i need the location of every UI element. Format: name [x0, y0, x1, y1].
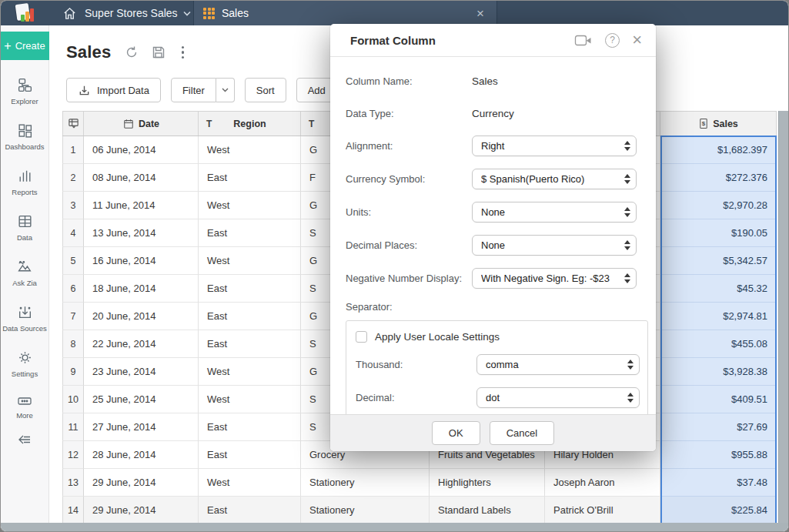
- filter-button[interactable]: Filter: [171, 78, 216, 102]
- row-number-cell[interactable]: 4: [62, 219, 84, 247]
- cell-date[interactable]: 29 June, 2014: [84, 469, 199, 497]
- cell-person[interactable]: Patrick O'Brill: [545, 497, 660, 523]
- decimal-places-select[interactable]: None: [472, 235, 637, 256]
- cell-category[interactable]: Stationery: [301, 497, 430, 523]
- cell-date[interactable]: 23 June, 2014: [84, 358, 199, 386]
- cell-region[interactable]: East: [199, 275, 301, 303]
- cell-date[interactable]: 29 June, 2014: [84, 497, 199, 523]
- cell-region[interactable]: West: [199, 136, 301, 164]
- cell-date[interactable]: 22 June, 2014: [84, 330, 199, 358]
- horizontal-scrollbar[interactable]: [1, 523, 788, 531]
- import-data-button[interactable]: Import Data: [66, 78, 161, 102]
- cell-region[interactable]: East: [199, 413, 301, 441]
- sort-button[interactable]: Sort: [245, 78, 286, 102]
- cell-category[interactable]: Stationery: [301, 469, 430, 497]
- cell-region[interactable]: East: [199, 441, 301, 469]
- cell-sales[interactable]: $45.32: [660, 275, 777, 303]
- cell-date[interactable]: 06 June, 2014: [84, 136, 199, 164]
- cell-date[interactable]: 18 June, 2014: [84, 275, 199, 303]
- cell-region[interactable]: West: [199, 386, 301, 413]
- sidebar-item-settings[interactable]: Settings: [1, 350, 49, 378]
- cell-sales[interactable]: $5,342.57: [660, 247, 777, 275]
- column-header-sales[interactable]: $ Sales: [660, 112, 777, 136]
- cell-sales[interactable]: $2,974.81: [660, 303, 777, 330]
- vertical-scrollbar[interactable]: [778, 111, 788, 523]
- sidebar-collapse-button[interactable]: [1, 433, 49, 446]
- sidebar-item-data-sources[interactable]: Data Sources: [1, 304, 49, 333]
- row-number-cell[interactable]: 9: [62, 358, 84, 386]
- row-number-cell[interactable]: 10: [62, 386, 84, 413]
- cell-date[interactable]: 11 June, 2014: [84, 192, 199, 219]
- save-icon[interactable]: [152, 45, 165, 59]
- row-number-cell[interactable]: 6: [62, 275, 84, 303]
- cell-date[interactable]: 13 June, 2014: [84, 219, 199, 247]
- cell-region[interactable]: West: [199, 358, 301, 386]
- cell-region[interactable]: West: [199, 192, 301, 219]
- cell-sales[interactable]: $455.08: [660, 330, 777, 358]
- row-number-cell[interactable]: 2: [62, 164, 84, 192]
- help-icon[interactable]: ?: [605, 33, 620, 48]
- sidebar-item-explorer[interactable]: Explorer: [1, 77, 49, 105]
- cell-sales[interactable]: $37.48: [660, 469, 777, 497]
- cell-date[interactable]: 08 June, 2014: [84, 164, 199, 192]
- cell-region[interactable]: East: [199, 497, 301, 523]
- negative-display-select[interactable]: With Negative Sign. Eg: -$23: [472, 268, 637, 289]
- dialog-close-icon[interactable]: ×: [632, 32, 642, 49]
- row-number-cell[interactable]: 5: [62, 247, 84, 275]
- row-number-cell[interactable]: 13: [62, 469, 84, 497]
- thousand-separator-select[interactable]: comma: [476, 354, 640, 375]
- cell-sales[interactable]: $2,970.28: [660, 192, 777, 219]
- select-all-header[interactable]: [62, 112, 84, 136]
- cell-region[interactable]: West: [199, 247, 301, 275]
- sidebar-item-ask-zia[interactable]: Ask Zia: [1, 259, 49, 287]
- cell-date[interactable]: 27 June, 2014: [84, 413, 199, 441]
- more-options-icon[interactable]: [179, 45, 188, 61]
- cell-region[interactable]: East: [199, 303, 301, 330]
- cell-region[interactable]: West: [199, 469, 301, 497]
- cell-sales[interactable]: $190.05: [660, 219, 777, 247]
- cell-sales[interactable]: $409.51: [660, 386, 777, 413]
- cell-person[interactable]: Joseph Aaron: [545, 469, 660, 497]
- ok-button[interactable]: OK: [432, 421, 480, 445]
- sidebar-item-more[interactable]: More: [1, 395, 49, 420]
- cell-date[interactable]: 20 June, 2014: [84, 303, 199, 330]
- cell-product[interactable]: Highlighters: [430, 469, 545, 497]
- alignment-select[interactable]: Right: [472, 136, 637, 156]
- column-header-date[interactable]: Date: [84, 112, 199, 136]
- units-select[interactable]: None: [472, 202, 637, 223]
- row-number-cell[interactable]: 7: [62, 303, 84, 330]
- row-number-cell[interactable]: 8: [62, 330, 84, 358]
- tab-close-icon[interactable]: ×: [476, 7, 484, 20]
- cell-sales[interactable]: $3,928.38: [660, 358, 777, 386]
- cell-date[interactable]: 28 June, 2014: [84, 441, 199, 469]
- cell-sales[interactable]: $27.69: [660, 413, 777, 441]
- currency-symbol-select[interactable]: $ Spanish(Puerto Rico): [472, 169, 637, 189]
- cell-sales[interactable]: $1,682.397: [660, 136, 777, 164]
- create-button[interactable]: + Create: [1, 32, 49, 60]
- refresh-icon[interactable]: [125, 45, 139, 59]
- cell-date[interactable]: 25 June, 2014: [84, 386, 199, 413]
- workspace-switcher[interactable]: Super Stores Sales: [85, 7, 191, 19]
- row-number-cell[interactable]: 12: [62, 441, 84, 469]
- row-number-cell[interactable]: 14: [62, 497, 84, 523]
- tab-sales[interactable]: Sales ×: [193, 1, 497, 25]
- row-number-cell[interactable]: 11: [62, 413, 84, 441]
- column-header-region[interactable]: T Region: [199, 112, 301, 136]
- cell-region[interactable]: East: [199, 164, 301, 192]
- row-number-cell[interactable]: 1: [62, 136, 84, 164]
- sidebar-item-dashboards[interactable]: Dashboards: [1, 122, 49, 151]
- app-logo[interactable]: [1, 1, 49, 25]
- decimal-separator-select[interactable]: dot: [476, 387, 640, 408]
- cancel-button[interactable]: Cancel: [490, 421, 554, 445]
- cell-sales[interactable]: $272.376: [660, 164, 777, 192]
- apply-locale-checkbox-row[interactable]: Apply User Locale Settings: [356, 331, 640, 343]
- filter-dropdown-caret[interactable]: [216, 78, 235, 102]
- cell-date[interactable]: 16 June, 2014: [84, 247, 199, 275]
- sidebar-item-data[interactable]: Data: [1, 213, 49, 242]
- cell-region[interactable]: East: [199, 330, 301, 358]
- cell-region[interactable]: East: [199, 219, 301, 247]
- row-number-cell[interactable]: 3: [62, 192, 84, 219]
- video-help-icon[interactable]: [574, 34, 593, 47]
- cell-sales[interactable]: $955.88: [660, 441, 777, 469]
- apply-locale-checkbox[interactable]: [356, 331, 367, 343]
